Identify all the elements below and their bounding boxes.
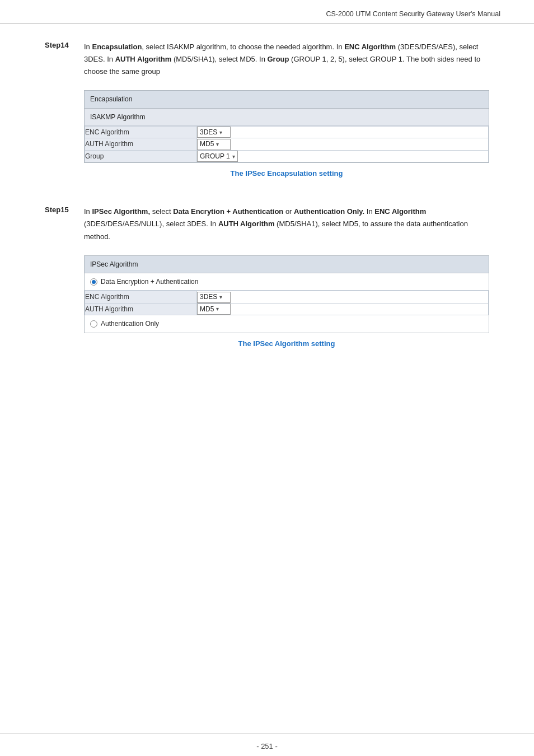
- enc-algorithm-value: 3DES ▾: [197, 127, 489, 138]
- ipsec-auth-arrow: ▾: [216, 304, 219, 314]
- encapsulation-box-title: Encapsulation: [85, 91, 489, 108]
- step15-label: Step15: [45, 206, 84, 360]
- group-label: Group: [85, 150, 197, 162]
- encapsulation-box: Encapsulation ISAKMP Algorithm ENC Algor…: [84, 90, 489, 163]
- group-row: Group GROUP 1 ▾: [85, 150, 489, 162]
- step14-text: In Encapsulation, select ISAKMP algorith…: [84, 41, 489, 190]
- step15-text: In IPSec Algorithm, select Data Encrytio…: [84, 206, 489, 360]
- auth-algorithm-value: MD5 ▾: [197, 138, 489, 150]
- ipsec-enc-label: ENC Algorithm: [85, 291, 197, 303]
- ipsec-auth-row: AUTH Algorithm MD5 ▾: [85, 303, 489, 315]
- radio2-label: Authentication Only: [101, 318, 159, 329]
- ipsec-auth-label: AUTH Algorithm: [85, 303, 197, 315]
- radio1-row: Data Encryption + Authentication: [85, 273, 489, 291]
- ipsec-enc-arrow: ▾: [219, 292, 222, 302]
- ipsec-box: IPSec Algorithm Data Encryption + Authen…: [84, 255, 489, 333]
- ipsec-caption: The IPSec Algorithm setting: [84, 338, 489, 350]
- auth-algorithm-label: AUTH Algorithm: [85, 138, 197, 150]
- isakmp-subheader: ISAKMP Algorithm: [85, 109, 489, 126]
- radio1-label: Data Encryption + Authentication: [101, 276, 198, 287]
- group-select[interactable]: GROUP 1 ▾: [197, 151, 238, 162]
- ipsec-auth-select[interactable]: MD5 ▾: [197, 304, 231, 315]
- page-content: Step14 In Encapsulation, select ISAKMP a…: [0, 24, 534, 734]
- ipsec-enc-row: ENC Algorithm 3DES ▾: [85, 291, 489, 303]
- ipsec-enc-select[interactable]: 3DES ▾: [197, 292, 231, 303]
- ipsec-enc-value: 3DES ▾: [197, 291, 489, 303]
- ipsec-table: ENC Algorithm 3DES ▾ AUTH Algorithm: [85, 291, 489, 315]
- encapsulation-caption: The IPSec Encapsulation setting: [84, 167, 489, 180]
- step14-block: Step14 In Encapsulation, select ISAKMP a…: [45, 41, 489, 190]
- group-arrow: ▾: [232, 152, 235, 161]
- auth-algorithm-select[interactable]: MD5 ▾: [197, 139, 231, 150]
- encapsulation-table: ENC Algorithm 3DES ▾ AUTH Algorithm: [85, 126, 489, 162]
- enc-algorithm-arrow: ▾: [219, 128, 222, 137]
- header-title: CS-2000 UTM Content Security Gateway Use…: [326, 10, 500, 18]
- ipsec-auth-value: MD5 ▾: [197, 303, 489, 315]
- page-footer: - 251 -: [0, 734, 534, 756]
- group-value: GROUP 1 ▾: [197, 150, 489, 162]
- radio2-dot[interactable]: [90, 320, 97, 328]
- auth-algorithm-row: AUTH Algorithm MD5 ▾: [85, 138, 489, 150]
- step14-label: Step14: [45, 41, 84, 190]
- page-header: CS-2000 UTM Content Security Gateway Use…: [0, 0, 534, 24]
- radio1-dot[interactable]: [90, 278, 97, 286]
- auth-algorithm-arrow: ▾: [216, 139, 219, 149]
- ipsec-box-title: IPSec Algorithm: [85, 256, 489, 273]
- enc-algorithm-select[interactable]: 3DES ▾: [197, 127, 231, 138]
- enc-algorithm-label: ENC Algorithm: [85, 127, 197, 138]
- page-number: - 251 -: [256, 742, 278, 750]
- step15-block: Step15 In IPSec Algorithm, select Data E…: [45, 206, 489, 360]
- enc-algorithm-row: ENC Algorithm 3DES ▾: [85, 127, 489, 138]
- radio2-row: Authentication Only: [85, 315, 489, 332]
